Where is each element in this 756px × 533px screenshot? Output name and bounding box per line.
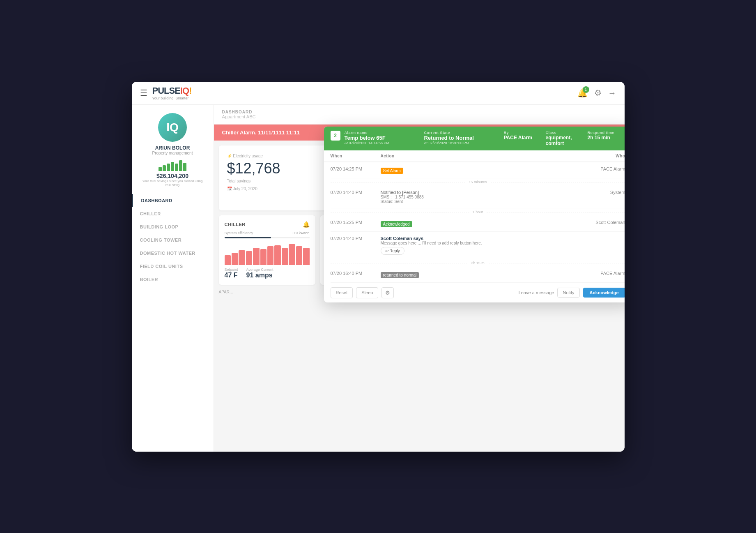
- alarm-name-sub: At 07/20/2020 14:14:56 PM: [345, 141, 420, 145]
- timeline-row-1: 07/20 14:25 PM Set Alarm PACE Alarm: [331, 162, 625, 178]
- electricity-sublabel: Total savings: [227, 179, 317, 183]
- electricity-panel: ⚡ Electricity usage $12,768 Total saving…: [219, 145, 326, 210]
- normal-badge: returned to normal: [381, 272, 419, 278]
- chiller-bell-icon[interactable]: 🔔: [303, 221, 310, 228]
- timeline-row-2: 07/20 14:40 PM Notified to [Person] SMS …: [331, 186, 625, 208]
- respond-value: 2h 15 min: [588, 135, 625, 141]
- chiller-footer: Setpoint 47 F Average Current 91 amps: [225, 268, 310, 279]
- alarm-name-value: Temp below 65F: [345, 135, 420, 141]
- sidebar-item-domestic-hot-water[interactable]: DOMESTIC HOT WATER: [132, 247, 214, 260]
- bar5: [175, 164, 178, 171]
- hamburger-icon[interactable]: ☰: [140, 88, 147, 98]
- bar1: [159, 167, 162, 171]
- sleep-button[interactable]: Sleep: [356, 287, 378, 298]
- alarm-panel-header: 2 Alarm name Temp below 65F At 07/20/202…: [324, 127, 625, 150]
- bar4: [171, 162, 174, 171]
- chiller-fill: [225, 237, 271, 238]
- tl-when-3: 07/20 15:25 PM: [331, 220, 376, 225]
- avatar: IQ: [158, 113, 187, 142]
- user-name: ARIUN BOLOR: [155, 145, 190, 151]
- savings-bars: [159, 160, 186, 171]
- bar6: [179, 160, 182, 171]
- chiller-bar-5: [260, 249, 267, 265]
- timeline-row-5: 07/20 16:40 PM returned to normal PACE A…: [331, 267, 625, 283]
- sidebar-item-cooling-tower[interactable]: COOLING TOWER: [132, 233, 214, 247]
- divider-2h15m: 2h 15 m: [331, 259, 625, 267]
- divider-1hour: 1 hour: [331, 208, 625, 216]
- class-label: Class: [546, 131, 584, 135]
- chiller-current: Average Current 91 amps: [246, 268, 273, 279]
- savings-desc: Your total savings since you started usi…: [132, 179, 214, 188]
- comment-text: Message goes here ... I'll need to add r…: [381, 241, 571, 245]
- state-sub: At 07/20/2020 18:30:00 PM: [424, 141, 500, 145]
- alarm-name-label: Alarm name: [345, 131, 420, 135]
- chiller-setpoint: Setpoint 47 F: [225, 268, 238, 279]
- reply-button[interactable]: ↩ Reply: [381, 247, 404, 255]
- footer-left-actions: Reset Sleep ⚙: [331, 287, 394, 298]
- class-value: equipment, comfort: [546, 135, 584, 146]
- sidebar-item-dashboard[interactable]: DASHBOARD: [132, 194, 214, 207]
- chiller-bar-1: [232, 253, 238, 265]
- chiller-bar-7: [274, 245, 280, 265]
- reset-button[interactable]: Reset: [331, 287, 353, 298]
- sidebar-item-building-loop[interactable]: BUILDING LOOP: [132, 220, 214, 233]
- settings-icon[interactable]: ⚙: [594, 88, 602, 98]
- breadcrumb: DASHBOARD: [222, 110, 616, 114]
- chiller-header: CHILLER 🔔: [225, 221, 310, 228]
- alarm-panel-container: APAR... 2 Alarm name Temp below 65F At 0…: [219, 290, 620, 294]
- timeline-row-4: 07/20 14:40 PM Scott Coleman says Messag…: [331, 232, 625, 259]
- sidebar-item-boiler[interactable]: BOILER: [132, 273, 214, 286]
- chiller-bar-0: [225, 255, 231, 265]
- savings-amount: $26,104,200: [156, 173, 188, 179]
- by-label: By: [504, 131, 542, 135]
- respond-label: Respond time: [588, 131, 625, 135]
- content-area: DASHBOARD Appartment ABC Chiller Alarm. …: [214, 105, 625, 452]
- tl-action-3: Acknowledged: [381, 220, 571, 227]
- electricity-value: $12,768: [227, 160, 317, 177]
- chiller-eff-label: System efficiency: [225, 231, 253, 235]
- chiller-card: CHILLER 🔔 System efficiency 0.9 kw/ton S…: [219, 215, 315, 285]
- tl-when-header: When: [331, 154, 376, 158]
- chiller-title: CHILLER: [225, 222, 246, 227]
- chiller-eff-value: 0.9 kw/ton: [292, 231, 309, 235]
- alarm-panel: 2 Alarm name Temp below 65F At 07/20/202…: [324, 127, 625, 302]
- set-alarm-badge: Set Alarm: [381, 168, 403, 174]
- electricity-date: 📅 July 20, 2020: [227, 187, 317, 191]
- nav-right: 🔔 1 ⚙ →: [577, 88, 616, 98]
- notification-badge: 1: [583, 86, 589, 93]
- sidebar-item-field-coil-units[interactable]: FIELD COIL UNITS: [132, 260, 214, 273]
- timeline-headers: When Action Who: [324, 150, 625, 162]
- gear-button[interactable]: ⚙: [381, 287, 394, 298]
- tl-action-2: Notified to [Person] SMS : +1 571 455 08…: [381, 190, 571, 204]
- logout-icon[interactable]: →: [608, 88, 616, 98]
- chiller-bar-2: [239, 250, 245, 265]
- timeline-row-3: 07/20 15:25 PM Acknowledged Scott Colema…: [331, 216, 625, 232]
- user-role: Property management: [152, 151, 193, 155]
- chiller-bar-10: [296, 246, 302, 265]
- state-value: Returned to Normal: [424, 135, 500, 141]
- chiller-bar-4: [253, 248, 259, 265]
- sidebar-item-chiller[interactable]: CHILLER: [132, 207, 214, 220]
- top-nav: ☰ PULSEIQ! Your building. Smarter 🔔 1 ⚙ …: [132, 82, 625, 105]
- chiller-progress: [225, 237, 310, 238]
- notification-icon[interactable]: 🔔 1: [577, 88, 588, 98]
- chiller-bar-6: [267, 246, 273, 265]
- nav-items: DASHBOARD CHILLER BUILDING LOOP COOLING …: [132, 194, 214, 286]
- tl-when-5: 07/20 16:40 PM: [331, 271, 376, 276]
- state-label: Current State: [424, 131, 500, 135]
- commenter-name: Scott Coleman says: [381, 236, 571, 241]
- logo-subtitle: Your building. Smarter: [152, 96, 192, 100]
- chiller-bar-3: [246, 251, 252, 265]
- notify-button[interactable]: Notify: [557, 288, 579, 298]
- leave-message-link[interactable]: Leave a message: [519, 290, 554, 295]
- divider-15min: 15 minutes: [331, 178, 625, 186]
- nav-left: ☰ PULSEIQ! Your building. Smarter: [140, 85, 192, 100]
- acknowledge-button[interactable]: Acknowledge: [583, 288, 625, 298]
- bar2: [163, 165, 166, 171]
- tl-when-2: 07/20 14:40 PM: [331, 190, 376, 195]
- alarm-priority-badge: 2: [331, 131, 340, 141]
- main-layout: IQ ARIUN BOLOR Property management $26,1…: [132, 105, 625, 452]
- alarm-class-col: Class equipment, comfort: [546, 131, 584, 146]
- tl-who-2: System: [576, 190, 625, 195]
- tl-action-1: Set Alarm: [381, 166, 571, 174]
